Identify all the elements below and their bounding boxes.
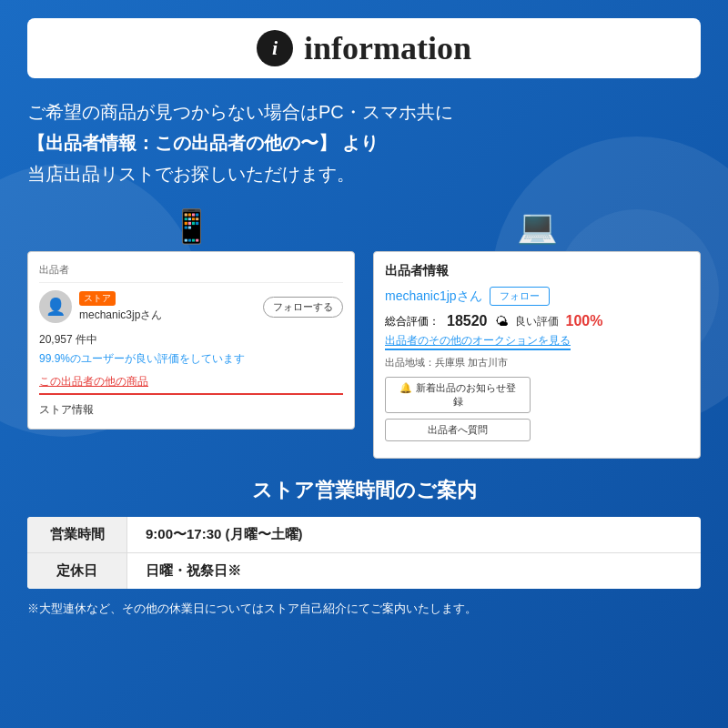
good-label: 良い評価 bbox=[515, 314, 559, 329]
hours-label-open: 営業時間 bbox=[27, 517, 127, 552]
seller-avatar: 👤 bbox=[39, 290, 72, 323]
hours-row-closed: 定休日 日曜・祝祭日※ bbox=[27, 553, 701, 589]
main-text-line2: 【出品者情報：この出品者の他の〜】 より bbox=[27, 127, 701, 158]
seller-info-title: 出品者情報 bbox=[385, 263, 689, 279]
footnote: ※大型連休など、その他の休業日についてはストア自己紹介にてご案内いたします。 bbox=[27, 600, 701, 618]
pc-screenshot-container: 💻 出品者情報 mechanic1jpさん フォロー 総合評価： 18520 🌤… bbox=[373, 207, 701, 459]
mobile-device-icon: 📱 bbox=[171, 207, 212, 246]
main-container: i information ご希望の商品が見つからない場合はPC・スマホ共に 【… bbox=[0, 0, 728, 728]
rating-score: 18520 bbox=[447, 313, 488, 329]
mobile-screenshot-container: 📱 出品者 👤 ストア mechanic3jpさん フォローする 20,957 … bbox=[27, 207, 355, 430]
seller-other-items-link[interactable]: この出品者の他の商品 bbox=[39, 374, 343, 395]
seller-stats: 20,957 件中 bbox=[39, 332, 343, 348]
main-description: ご希望の商品が見つからない場合はPC・スマホ共に 【出品者情報：この出品者の他の… bbox=[27, 96, 701, 189]
store-badge: ストア bbox=[79, 291, 116, 306]
seller-rating: 99.9%のユーザーが良い評価をしています bbox=[39, 351, 343, 367]
question-button[interactable]: 出品者へ質問 bbox=[385, 419, 531, 441]
location-text: 出品地域：兵庫県 加古川市 bbox=[385, 356, 689, 369]
hours-row-open: 営業時間 9:00〜17:30 (月曜〜土曜) bbox=[27, 517, 701, 553]
main-text-line3: 当店出品リストでお探しいただけます。 bbox=[27, 158, 701, 189]
seller-profile: 👤 ストア mechanic3jpさん フォローする bbox=[39, 290, 343, 323]
mobile-screenshot-box: 出品者 👤 ストア mechanic3jpさん フォローする 20,957 件中… bbox=[27, 251, 355, 430]
hours-label-closed: 定休日 bbox=[27, 553, 127, 589]
header-title: information bbox=[304, 29, 471, 67]
business-hours-heading: ストア営業時間のご案内 bbox=[27, 477, 701, 504]
rating-label: 総合評価： bbox=[385, 314, 440, 329]
hours-table: 営業時間 9:00〜17:30 (月曜〜土曜) 定休日 日曜・祝祭日※ bbox=[27, 517, 701, 589]
seller-name-area: ストア mechanic3jpさん bbox=[79, 291, 256, 323]
sun-icon: 🌤 bbox=[495, 314, 508, 329]
bracket-text: 【出品者情報：この出品者の他の〜】 より bbox=[27, 133, 379, 153]
right-seller-row: mechanic1jpさん フォロー bbox=[385, 287, 689, 306]
hours-value-open: 9:00〜17:30 (月曜〜土曜) bbox=[127, 517, 321, 552]
right-seller-name: mechanic1jpさん bbox=[385, 288, 482, 305]
main-text-line1: ご希望の商品が見つからない場合はPC・スマホ共に bbox=[27, 96, 701, 127]
left-seller-name: mechanic3jpさん bbox=[79, 308, 162, 321]
follow-button-mobile[interactable]: フォローする bbox=[263, 297, 343, 318]
notify-button[interactable]: 🔔 新着出品のお知らせ登録 bbox=[385, 377, 531, 413]
hours-value-closed: 日曜・祝祭日※ bbox=[127, 553, 259, 589]
auction-link[interactable]: 出品者のその他のオークションを見る bbox=[385, 333, 571, 350]
pc-device-icon: 💻 bbox=[517, 207, 558, 246]
store-info-text: ストア情報 bbox=[39, 402, 343, 418]
business-hours-section: ストア営業時間のご案内 営業時間 9:00〜17:30 (月曜〜土曜) 定休日 … bbox=[27, 477, 701, 618]
follow-button-pc[interactable]: フォロー bbox=[490, 287, 550, 306]
good-pct: 100% bbox=[566, 313, 603, 329]
header-banner: i information bbox=[27, 18, 701, 78]
info-icon: i bbox=[257, 30, 293, 66]
screenshots-row: 📱 出品者 👤 ストア mechanic3jpさん フォローする 20,957 … bbox=[27, 207, 701, 459]
seller-section-header: 出品者 bbox=[39, 263, 343, 283]
pc-screenshot-box: 出品者情報 mechanic1jpさん フォロー 総合評価： 18520 🌤 良… bbox=[373, 251, 701, 459]
rating-row: 総合評価： 18520 🌤 良い評価 100% bbox=[385, 313, 689, 329]
